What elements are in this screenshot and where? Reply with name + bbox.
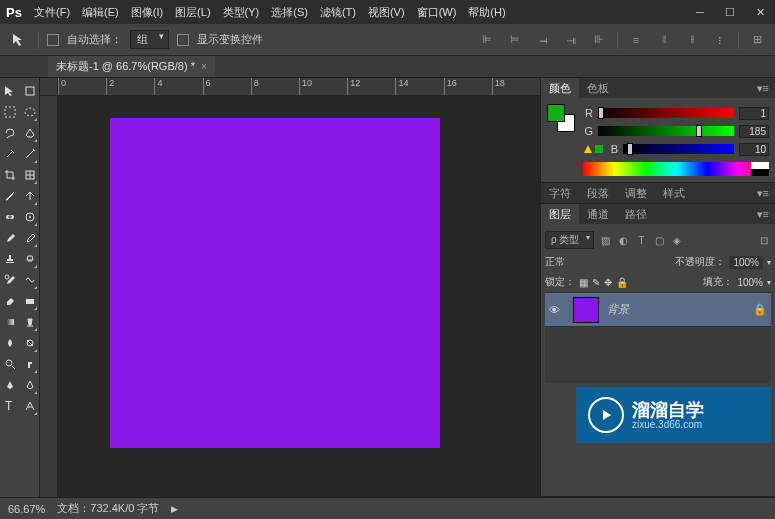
visibility-icon[interactable]: 👁 xyxy=(549,304,565,316)
align-icon[interactable]: ⫤ xyxy=(533,30,553,50)
close-button[interactable]: ✕ xyxy=(745,2,775,22)
eyedropper-tool[interactable] xyxy=(0,185,40,206)
move-tool[interactable] xyxy=(0,80,40,101)
filter-toggle[interactable]: ⊡ xyxy=(757,233,771,247)
blend-mode-dropdown[interactable]: 正常 xyxy=(545,255,615,269)
minimize-button[interactable]: ─ xyxy=(685,2,715,22)
tab-adjustments[interactable]: 调整 xyxy=(617,183,655,204)
svg-rect-0 xyxy=(26,87,34,95)
filter-type-icon[interactable]: T xyxy=(634,233,648,247)
canvas-area[interactable]: 024681012141618 xyxy=(40,78,540,497)
maximize-button[interactable]: ☐ xyxy=(715,2,745,22)
ruler-origin[interactable] xyxy=(40,78,58,96)
menu-filter[interactable]: 滤镜(T) xyxy=(314,5,362,20)
heal-tool[interactable] xyxy=(0,206,40,227)
menu-window[interactable]: 窗口(W) xyxy=(411,5,463,20)
b-value[interactable] xyxy=(739,143,769,156)
distribute-icon[interactable]: ⫴ xyxy=(654,30,674,50)
wand-tool[interactable] xyxy=(0,143,40,164)
fg-bg-swatch[interactable] xyxy=(547,104,577,176)
brush-tool[interactable] xyxy=(0,227,40,248)
layer-row[interactable]: 👁 背景 🔒 xyxy=(545,293,771,327)
svg-point-7 xyxy=(5,275,9,279)
tab-character[interactable]: 字符 xyxy=(541,183,579,204)
gradient-tool[interactable] xyxy=(0,311,40,332)
r-slider[interactable] xyxy=(598,108,734,118)
lock-move-icon[interactable]: ✥ xyxy=(604,277,612,288)
panel-menu-icon[interactable]: ▾≡ xyxy=(751,208,775,221)
layer-thumbnail[interactable] xyxy=(573,297,599,323)
document-canvas[interactable] xyxy=(110,118,440,448)
align-icon[interactable]: ⊨ xyxy=(505,30,525,50)
lock-pixels-icon[interactable]: ▦ xyxy=(579,277,588,288)
color-ramp[interactable] xyxy=(583,162,769,176)
filter-pixel-icon[interactable]: ▧ xyxy=(598,233,612,247)
menu-view[interactable]: 视图(V) xyxy=(362,5,411,20)
filter-adjust-icon[interactable]: ◐ xyxy=(616,233,630,247)
distribute-icon[interactable]: ⫵ xyxy=(682,30,702,50)
menu-type[interactable]: 类型(Y) xyxy=(217,5,266,20)
g-value[interactable] xyxy=(739,125,769,138)
auto-select-dropdown[interactable]: 组 xyxy=(130,30,169,49)
filter-shape-icon[interactable]: ▢ xyxy=(652,233,666,247)
auto-select-checkbox[interactable] xyxy=(47,34,59,46)
document-tab-bar: 未标题-1 @ 66.7%(RGB/8) * × xyxy=(0,56,775,78)
align-icon[interactable]: ⫣ xyxy=(561,30,581,50)
menu-select[interactable]: 选择(S) xyxy=(265,5,314,20)
lasso-tool[interactable] xyxy=(0,122,40,143)
zoom-level[interactable]: 66.67% xyxy=(8,503,45,515)
tab-channels[interactable]: 通道 xyxy=(579,204,617,225)
panel-menu-icon[interactable]: ▾≡ xyxy=(751,187,775,200)
pen-tool[interactable] xyxy=(0,374,40,395)
tab-layers[interactable]: 图层 xyxy=(541,204,579,225)
tab-paragraph[interactable]: 段落 xyxy=(579,183,617,204)
filter-smart-icon[interactable]: ◈ xyxy=(670,233,684,247)
blur-tool[interactable] xyxy=(0,332,40,353)
menu-help[interactable]: 帮助(H) xyxy=(462,5,511,20)
tab-color[interactable]: 颜色 xyxy=(541,78,579,99)
layers-panel: 图层 通道 路径 ▾≡ ρ 类型 ▧ ◐ T ▢ ◈ ⊡ 正常 xyxy=(541,204,775,497)
show-transform-checkbox[interactable] xyxy=(177,34,189,46)
menu-layer[interactable]: 图层(L) xyxy=(169,5,216,20)
distribute-icon[interactable]: ≡ xyxy=(626,30,646,50)
panels-dock: 颜色 色板 ▾≡ R G xyxy=(540,78,775,497)
gamut-warning-icon[interactable] xyxy=(583,144,603,154)
r-value[interactable] xyxy=(739,107,769,120)
type-tool[interactable]: T xyxy=(0,395,40,416)
tab-styles[interactable]: 样式 xyxy=(655,183,693,204)
stamp-tool[interactable] xyxy=(0,248,40,269)
distribute-icon[interactable]: ⫶ xyxy=(710,30,730,50)
layer-name[interactable]: 背景 xyxy=(607,302,745,317)
tab-swatches[interactable]: 色板 xyxy=(579,78,617,99)
crop-tool[interactable] xyxy=(0,164,40,185)
ruler-horizontal[interactable]: 024681012141618 xyxy=(58,78,540,96)
ruler-vertical[interactable] xyxy=(40,96,58,497)
document-tab-title: 未标题-1 @ 66.7%(RGB/8) * xyxy=(56,59,195,74)
align-icon[interactable]: ⊪ xyxy=(589,30,609,50)
fill-value[interactable]: 100% xyxy=(737,277,763,288)
document-info[interactable]: 文档：732.4K/0 字节 xyxy=(57,501,159,516)
close-tab-icon[interactable]: × xyxy=(201,61,207,72)
eraser-tool[interactable] xyxy=(0,290,40,311)
document-tab[interactable]: 未标题-1 @ 66.7%(RGB/8) * × xyxy=(48,56,215,77)
dodge-tool[interactable] xyxy=(0,353,40,374)
menu-edit[interactable]: 编辑(E) xyxy=(76,5,125,20)
opacity-value[interactable]: 100% xyxy=(729,256,763,269)
lock-position-icon[interactable]: ✎ xyxy=(592,277,600,288)
history-brush-tool[interactable] xyxy=(0,269,40,290)
panel-menu-icon[interactable]: ▾≡ xyxy=(751,82,775,95)
options-icon[interactable]: ⊞ xyxy=(747,30,767,50)
layer-filter-dropdown[interactable]: ρ 类型 xyxy=(545,231,594,249)
tab-paths[interactable]: 路径 xyxy=(617,204,655,225)
b-slider[interactable] xyxy=(623,144,734,154)
g-slider[interactable] xyxy=(598,126,734,136)
layers-empty-area[interactable] xyxy=(545,327,771,383)
menu-file[interactable]: 文件(F) xyxy=(28,5,76,20)
lock-all-icon[interactable]: 🔒 xyxy=(616,277,628,288)
marquee-tool[interactable] xyxy=(0,101,40,122)
foreground-swatch[interactable] xyxy=(547,104,565,122)
align-icon[interactable]: ⊫ xyxy=(477,30,497,50)
svg-text:T: T xyxy=(5,399,13,413)
menu-image[interactable]: 图像(I) xyxy=(125,5,169,20)
b-label: B xyxy=(608,143,618,155)
